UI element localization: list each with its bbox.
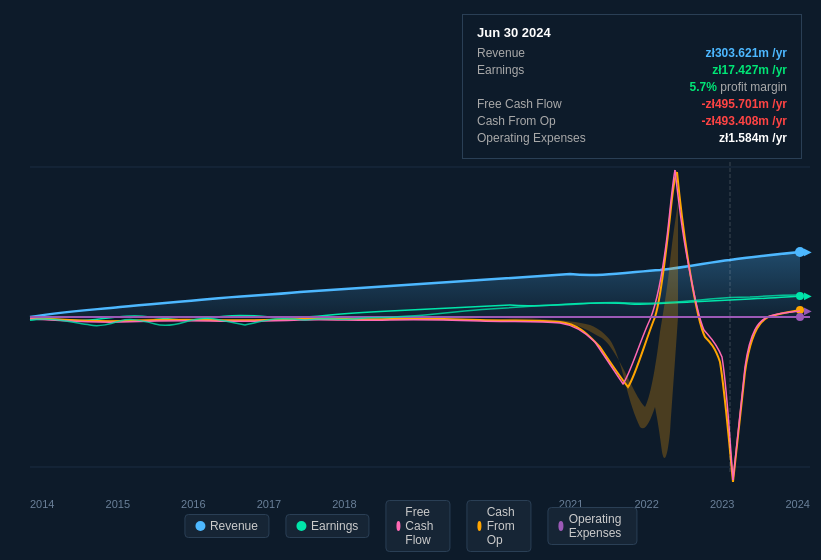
x-label-2015: 2015 xyxy=(106,498,130,510)
tooltip-fcf-value: -zł495.701m /yr xyxy=(702,97,787,111)
tooltip-revenue-label: Revenue xyxy=(477,46,525,60)
tooltip-cfo-value: -zł493.408m /yr xyxy=(702,114,787,128)
revenue-dot xyxy=(195,521,205,531)
legend-revenue-label: Revenue xyxy=(210,519,258,533)
tooltip-date: Jun 30 2024 xyxy=(477,25,787,40)
legend-opex[interactable]: Operating Expenses xyxy=(547,507,637,545)
tooltip-opex-label: Operating Expenses xyxy=(477,131,586,145)
legend-cfo-label: Cash From Op xyxy=(487,505,521,547)
tooltip-cfo-row: Cash From Op -zł493.408m /yr xyxy=(477,114,787,128)
legend-earnings[interactable]: Earnings xyxy=(285,514,369,538)
legend-revenue[interactable]: Revenue xyxy=(184,514,269,538)
tooltip-opex-row: Operating Expenses zł1.584m /yr xyxy=(477,131,787,145)
tooltip-fcf-row: Free Cash Flow -zł495.701m /yr xyxy=(477,97,787,111)
svg-rect-0 xyxy=(0,162,821,492)
svg-point-8 xyxy=(796,313,804,321)
tooltip-cfo-label: Cash From Op xyxy=(477,114,556,128)
x-label-2024: 2024 xyxy=(785,498,809,510)
x-label-2022: 2022 xyxy=(634,498,658,510)
cfo-dot xyxy=(477,521,481,531)
profit-margin-label: profit margin xyxy=(720,80,787,94)
legend-opex-label: Operating Expenses xyxy=(569,512,626,540)
legend-cfo[interactable]: Cash From Op xyxy=(466,500,531,552)
tooltip-earnings-label: Earnings xyxy=(477,63,524,77)
chart-legend: Revenue Earnings Free Cash Flow Cash Fro… xyxy=(184,500,637,552)
opex-dot xyxy=(558,521,563,531)
legend-fcf[interactable]: Free Cash Flow xyxy=(385,500,450,552)
svg-text:▶: ▶ xyxy=(804,246,812,257)
profit-margin-value: 5.7% xyxy=(690,80,717,94)
chart-svg: ▶ ▶ ▶ ▶ xyxy=(0,162,821,492)
x-label-2023: 2023 xyxy=(710,498,734,510)
tooltip-earnings-row: Earnings zł17.427m /yr xyxy=(477,63,787,77)
tooltip-revenue-value: zł303.621m /yr xyxy=(706,46,787,60)
earnings-dot xyxy=(296,521,306,531)
legend-fcf-label: Free Cash Flow xyxy=(405,505,439,547)
svg-point-7 xyxy=(796,306,804,314)
legend-earnings-label: Earnings xyxy=(311,519,358,533)
tooltip-fcf-label: Free Cash Flow xyxy=(477,97,562,111)
svg-text:▶: ▶ xyxy=(804,305,812,316)
data-tooltip: Jun 30 2024 Revenue zł303.621m /yr Earni… xyxy=(462,14,802,159)
svg-point-6 xyxy=(796,292,804,300)
tooltip-revenue-row: Revenue zł303.621m /yr xyxy=(477,46,787,60)
fcf-dot xyxy=(396,521,400,531)
tooltip-earnings-value: zł17.427m /yr xyxy=(712,63,787,77)
profit-margin-row: 5.7% profit margin xyxy=(477,80,787,94)
tooltip-opex-value: zł1.584m /yr xyxy=(719,131,787,145)
svg-text:▶: ▶ xyxy=(804,290,812,301)
x-label-2014: 2014 xyxy=(30,498,54,510)
